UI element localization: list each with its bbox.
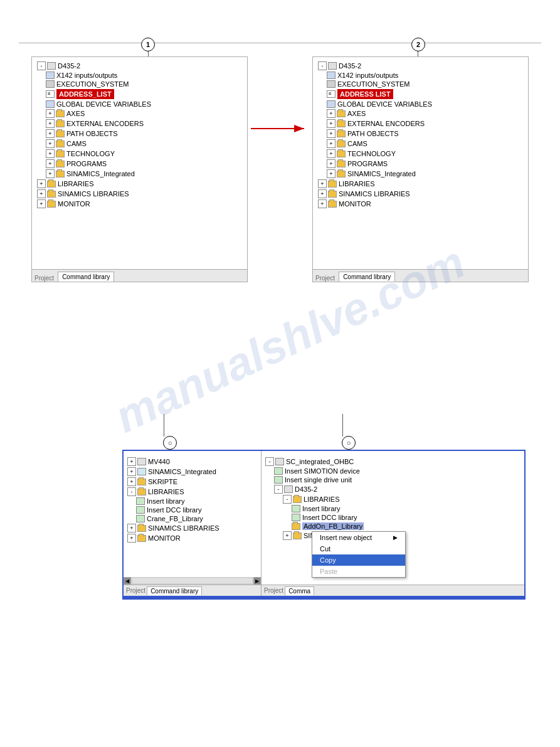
tree-item[interactable]: + SINAMICS LIBRARIES	[125, 523, 260, 533]
context-menu-item-cut[interactable]: Cut	[312, 543, 405, 554]
scroll-left-btn[interactable]: ◀	[124, 577, 131, 585]
expander-icon[interactable]: +	[327, 139, 335, 148]
tree-item[interactable]: + MONITOR	[315, 199, 526, 209]
tree-item-address-list-right[interactable]: ADDRESS LIST	[315, 88, 526, 100]
tree-item[interactable]: + TECHNOLOGY	[315, 149, 526, 159]
tree-item[interactable]: + AXES	[315, 109, 526, 119]
tree-item[interactable]: + PATH OBJECTS	[315, 129, 526, 139]
gear-icon	[327, 80, 335, 88]
horizontal-scrollbar[interactable]: ◀ ▶	[124, 577, 261, 585]
project-tab-ll: Project	[126, 587, 145, 594]
tree-item[interactable]: Insert single drive unit	[263, 475, 523, 484]
scroll-right-btn[interactable]: ▶	[253, 577, 261, 585]
expander-icon[interactable]: +	[127, 477, 136, 486]
tree-item[interactable]: EXECUTION_SYSTEM	[34, 80, 245, 88]
tree-item[interactable]: Insert SIMOTION device	[263, 467, 523, 475]
context-menu-item-paste[interactable]: Paste	[312, 566, 405, 577]
tree-item[interactable]: + MV440	[125, 457, 260, 467]
expander-icon[interactable]: +	[46, 159, 55, 168]
expander-icon[interactable]: +	[127, 534, 136, 543]
expander-icon[interactable]: +	[46, 129, 55, 138]
expander-icon[interactable]: +	[327, 129, 335, 138]
tree-item[interactable]: + EXTERNAL ENCODERS	[34, 119, 245, 129]
device-icon	[328, 62, 337, 70]
tree-item[interactable]: + CAMS	[315, 139, 526, 149]
tree-item[interactable]: + PROGRAMS	[315, 159, 526, 169]
folder-icon	[47, 201, 56, 208]
tree-item[interactable]: - D435-2	[34, 61, 245, 71]
expander-icon[interactable]: -	[265, 457, 274, 466]
tree-item[interactable]: - D435-2	[315, 61, 526, 71]
command-library-tab-lr[interactable]: Comma	[285, 586, 314, 595]
expander-icon[interactable]: +	[283, 531, 292, 540]
tree-item[interactable]: + SKRIPTE	[125, 477, 260, 487]
tree-item[interactable]: + SINAMICS_Integrated	[125, 467, 260, 477]
expander-icon[interactable]: -	[318, 61, 327, 70]
tree-label: Crane_FB_Library	[147, 515, 203, 522]
tree-item[interactable]: + LIBRARIES	[34, 179, 245, 189]
tree-item[interactable]: + SINAMICS_Integrated	[34, 169, 245, 179]
tree-item[interactable]: + TECHNOLOGY	[34, 149, 245, 159]
expander-icon[interactable]: +	[318, 199, 327, 208]
tree-item[interactable]: - D435-2	[263, 484, 523, 494]
tree-item[interactable]: - LIBRARIES	[263, 494, 523, 504]
expander-icon[interactable]: +	[327, 119, 335, 128]
expander-icon[interactable]: +	[318, 179, 327, 188]
tree-item[interactable]: Crane_FB_Library	[125, 514, 260, 523]
expander-icon[interactable]: +	[127, 467, 136, 476]
expander-icon[interactable]: +	[327, 109, 335, 118]
expander-icon[interactable]: +	[46, 109, 55, 118]
tree-item[interactable]: Insert DCC library	[263, 513, 523, 522]
tree-label: SINAMICS_Integrated	[66, 170, 135, 177]
tab-command-library-r[interactable]: Command library	[339, 272, 395, 282]
tree-item-address-list[interactable]: ADDRESS_LIST	[34, 88, 245, 100]
expander-icon[interactable]: -	[283, 495, 292, 504]
tree-item[interactable]: + CAMS	[34, 139, 245, 149]
expander-icon[interactable]: +	[46, 119, 55, 128]
expander-icon[interactable]: +	[127, 457, 136, 466]
tree-item[interactable]: - LIBRARIES	[125, 487, 260, 497]
tree-item[interactable]: + PATH OBJECTS	[34, 129, 245, 139]
expander-icon[interactable]: +	[318, 189, 327, 198]
tree-item[interactable]: + LIBRARIES	[315, 179, 526, 189]
expander-icon[interactable]: +	[37, 179, 46, 188]
tab-command-library[interactable]: Command library	[58, 272, 114, 282]
tree-item[interactable]: GLOBAL DEVICE VARIABLES	[34, 100, 245, 109]
expander-icon[interactable]: +	[46, 149, 55, 158]
command-library-tab-ll[interactable]: Command library	[147, 586, 202, 595]
tree-label: MV440	[148, 458, 170, 465]
expander-icon[interactable]: +	[327, 159, 335, 168]
expander-icon[interactable]: +	[46, 139, 55, 148]
expander-icon[interactable]: +	[327, 169, 335, 178]
tree-item[interactable]: + AXES	[34, 109, 245, 119]
page-container: manualshlve.com 1 2 - D435-2	[0, 0, 560, 747]
tree-label: CAMS	[66, 140, 87, 147]
context-menu-item-insert-new[interactable]: Insert new object ▶	[312, 532, 405, 543]
tree-item[interactable]: + PROGRAMS	[34, 159, 245, 169]
tree-item[interactable]: X142 inputs/outputs	[34, 71, 245, 80]
tree-item[interactable]: GLOBAL DEVICE VARIABLES	[315, 100, 526, 109]
expander-icon[interactable]: -	[127, 487, 136, 496]
tree-item[interactable]: EXECUTION_SYSTEM	[315, 80, 526, 88]
tree-item[interactable]: X142 inputs/outputs	[315, 71, 526, 80]
tree-item[interactable]: + EXTERNAL ENCODERS	[315, 119, 526, 129]
tree-item[interactable]: - SC_integrated_OHBC	[263, 457, 523, 467]
tree-item[interactable]: + MONITOR	[34, 199, 245, 209]
tree-item-addon-fb[interactable]: AddOn_FB_Library	[263, 522, 523, 531]
context-menu-item-copy[interactable]: Copy	[312, 554, 405, 566]
expander-icon[interactable]: +	[37, 189, 46, 198]
tree-item-insert-library-r[interactable]: Insert library	[263, 504, 523, 513]
tree-item[interactable]: + MONITOR	[125, 533, 260, 543]
expander-icon[interactable]: +	[46, 169, 55, 178]
tree-item-insert-library[interactable]: Insert library	[125, 497, 260, 506]
tree-item[interactable]: Insert DCC library	[125, 506, 260, 514]
folder-icon	[56, 151, 65, 157]
expander-icon[interactable]: +	[327, 149, 335, 158]
expander-icon[interactable]: +	[37, 199, 46, 208]
tree-item[interactable]: + SINAMICS_Integrated	[315, 169, 526, 179]
expander-icon[interactable]: +	[127, 524, 136, 532]
expander-icon[interactable]: -	[37, 61, 46, 70]
tree-item[interactable]: + SINAMICS LIBRARIES	[34, 189, 245, 199]
expander-icon[interactable]: -	[274, 485, 283, 494]
tree-item[interactable]: + SINAMICS LIBRARIES	[315, 189, 526, 199]
